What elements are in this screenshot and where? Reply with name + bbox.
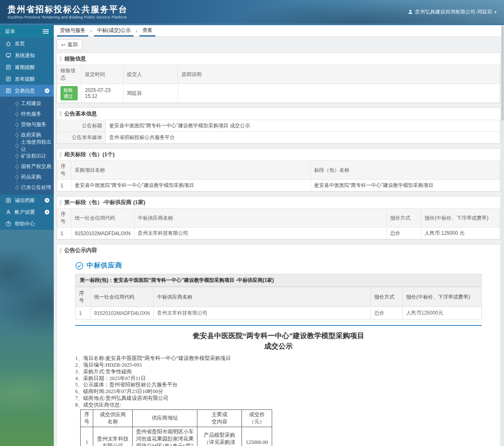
notice-body: 中标供应商 第一标段(包)：瓮安县中医医院“两专科一中心”建设教学模型采购项目 … xyxy=(57,256,500,446)
submenu-item-label: 货物与服务 xyxy=(21,121,46,128)
check-circle-icon xyxy=(75,262,84,270)
col-header: 统一社会信用代码 xyxy=(71,209,134,228)
winner-panel-title: 第一标段（包）-中标供应商 (1家) xyxy=(57,197,500,208)
col-header: 序号 xyxy=(57,209,71,228)
submenu-item[interactable]: 国有产权交易 xyxy=(0,161,54,172)
deal-price: 125000.00 xyxy=(242,427,272,446)
breadcrumb: 货物与服务 › 中标(成交)公示 › 查看 xyxy=(54,25,504,37)
document-icon xyxy=(5,64,11,70)
archive-icon xyxy=(5,197,11,203)
table-row: 1 瓮安县中医医院“两专科一中心”建设教学模型采购项目 瓮安县中医医院“两专科一… xyxy=(57,180,500,192)
sidebar-item-label: 交易信息 xyxy=(15,87,35,94)
user-name: 贵州弘典建设咨询有限公司-邓廷容 xyxy=(415,8,492,16)
announce-panel-title: 公告基本信息 xyxy=(57,108,500,120)
sidebar-item-home[interactable]: 首页 xyxy=(0,38,54,50)
transactions-submenu: 工程建设 特色服务 货物与服务 政府采购 土地使用权出让 xyxy=(0,97,54,194)
scrollbar-thumb[interactable] xyxy=(501,26,504,121)
doc-line: 2、项目编号:HDZB-2025-093 xyxy=(75,362,482,369)
doc-line: 3、采购方式:竞争性磋商 xyxy=(75,369,482,375)
announce-panel: 公告基本信息 公告标题 瓮安县中医医院“两专科一中心”建设教学模型采购项目 成交… xyxy=(56,108,501,144)
sidebar: 菜单 首页 系统通知 逾期提醒 xyxy=(0,25,54,446)
submenu-item[interactable]: 工程建设 xyxy=(0,98,54,109)
credit-code: 91520102MADFD4L0XN xyxy=(91,307,154,320)
sidebar-item-transactions[interactable]: 交易信息 xyxy=(0,85,54,97)
content: 核验信息 核验状态 提交时间 提交人 原因说明 核验通过 2025-07-23 … xyxy=(54,50,504,446)
supplier-address: 贵州省贵阳市南明区小车河街道花果园彭家湾花果园项目M区1栋1单元6层7号[兰花都… xyxy=(133,427,197,446)
submenu-item-label: 特色服务 xyxy=(21,110,41,118)
doc-line: 4、采购日期：2025年07月11日 xyxy=(75,375,482,382)
sidebar-item-label: 逾期提醒 xyxy=(15,64,35,71)
col-header: 核验状态 xyxy=(57,65,81,84)
top-header: 贵州省招标投标公共服务平台 GuiZhou Province Tendering… xyxy=(0,0,504,25)
sidebar-item-label: 诚信档案 xyxy=(15,197,35,204)
project-name: 瓮安县中医医院“两专科一中心”建设教学模型采购项目 xyxy=(71,180,311,192)
submit-time: 2025-07-23 15:12 xyxy=(81,84,123,103)
breadcrumb-view[interactable]: 查看 xyxy=(139,25,155,37)
table-row: 1 91520102MADFD4L0XN 贵州太常科技有限公司 总价 人民币12… xyxy=(76,307,482,320)
submenu-item[interactable]: 货物与服务 xyxy=(0,119,54,130)
section-marker xyxy=(60,248,61,253)
col-header: 序 号 xyxy=(81,409,93,427)
table-row: 1 91520102MADFD4L0XN 贵州太常科技有限公司 总价 人民币 1… xyxy=(57,228,500,239)
submenu-item[interactable]: 特色服务 xyxy=(0,109,54,119)
supplier-name: 贵州太常科技有限公司 xyxy=(154,307,371,320)
submenu-item[interactable]: 土地使用权出让 xyxy=(0,140,54,151)
submenu-item[interactable]: 已发公告处理 xyxy=(0,182,54,193)
back-button-label: 返回 xyxy=(68,41,78,48)
section-bar: 第一标段(包)：瓮安县中医医院“两专科一中心”建设教学模型采购项目 -中标供应商… xyxy=(75,274,482,287)
col-header: 供应商地址 xyxy=(133,409,197,427)
col-header: 成交价 （元） xyxy=(242,409,272,427)
col-header: 成交供应商 名称 xyxy=(93,409,133,427)
breadcrumb-award-notice[interactable]: 中标(成交)公示 xyxy=(94,25,134,37)
sidebar-menu-head: 菜单 xyxy=(0,25,54,38)
col-header: 报价方式 xyxy=(387,209,421,228)
submenu-item-label: 政府采购 xyxy=(21,131,41,139)
quote-type: 总价 xyxy=(387,228,421,239)
credit-code: 91520102MADFD4L0XN xyxy=(71,228,134,239)
submenu-item[interactable]: 药品采购 xyxy=(0,172,54,182)
col-header: 原因说明 xyxy=(178,65,500,84)
announce-table: 公告标题 瓮安县中医医院“两专科一中心”建设教学模型采购项目 成交公示 公告发布… xyxy=(57,120,500,144)
doc-title: 瓮安县中医医院“两专科一中心”建设教学模型采购项目 成交公示 xyxy=(75,331,482,352)
question-circle-icon xyxy=(5,221,11,227)
doc-line: 1、项目名称:瓮安县中医医院“两专科一中心”建设教学模型采购项目 xyxy=(75,355,482,362)
submenu-item[interactable]: 矿业权出让 xyxy=(0,151,54,161)
sidebar-item-overdue-reminder[interactable]: 逾期提醒 xyxy=(0,61,54,73)
breadcrumb-separator: › xyxy=(88,25,94,37)
sidebar-item-notifications[interactable]: 系统通知 xyxy=(0,50,54,61)
section-marker xyxy=(60,56,61,61)
submitter: 邓廷容 xyxy=(123,84,178,103)
doc-lines-top: 1、项目名称:瓮安县中医医院“两专科一中心”建设教学模型采购项目 2、项目编号:… xyxy=(75,355,482,408)
doc-line: 5、公示媒体：贵州省招标投标公共服务平台 xyxy=(75,382,482,388)
table-row: 公告标题 瓮安县中医医院“两专科一中心”建设教学模型采购项目 成交公示 xyxy=(57,120,500,132)
doc-supplier-table: 序 号 成交供应商 名称 供应商地址 主要成 交内容 成交价 （元） 1 贵州太… xyxy=(80,409,272,446)
platform-title: 贵州省招标投标公共服务平台 xyxy=(8,4,128,14)
sidebar-item-account-settings[interactable]: 帐户设置 xyxy=(0,206,54,218)
section-name: 瓮安县中医医院“两专科一中心”建设教学模型采购项目 xyxy=(310,180,500,192)
monitor-icon xyxy=(5,52,11,58)
document-icon xyxy=(5,88,11,94)
breadcrumb-goods-services[interactable]: 货物与服务 xyxy=(57,25,88,37)
doc-line: 7、磋商地点:贵州弘典建设咨询有限公司 xyxy=(75,395,482,402)
back-button[interactable]: ↩ 返回 xyxy=(57,39,82,50)
col-header: 主要成 交内容 xyxy=(197,409,242,427)
col-header: 中标供应商名称 xyxy=(134,209,387,228)
related-sections-panel: 相关标段（包）(1个) 序号 采购项目名称 标段（包）名称 1 瓮安县中医医院“… xyxy=(56,148,501,192)
supplier-name: 贵州太常科技有限公司 xyxy=(134,228,387,239)
chevron-right-circle-icon xyxy=(45,198,50,203)
col-header: 报价(中标价、下浮率或费率) xyxy=(403,287,482,307)
quote-value: 人民币 125000 元 xyxy=(421,228,500,239)
sidebar-item-credit-archive[interactable]: 诚信档案 xyxy=(0,194,54,206)
sidebar-item-label: 发布提醒 xyxy=(15,76,35,83)
user-menu[interactable]: 贵州弘典建设咨询有限公司-邓廷容 ▾ xyxy=(408,8,496,16)
sidebar-item-help-center[interactable]: 帮助中心 xyxy=(0,218,54,230)
section-marker xyxy=(60,200,61,205)
sidebar-item-publish-reminder[interactable]: 发布提醒 xyxy=(0,73,54,85)
sidebar-item-label: 首页 xyxy=(15,40,25,47)
hamburger-icon[interactable] xyxy=(43,29,49,34)
doc-line: 8、成交供应商信息: xyxy=(75,402,482,409)
home-icon xyxy=(5,41,11,47)
body-row: 菜单 首页 系统通知 逾期提醒 xyxy=(0,25,504,446)
menu-label: 菜单 xyxy=(5,28,15,35)
submenu-item-label: 矿业权出让 xyxy=(21,152,46,160)
